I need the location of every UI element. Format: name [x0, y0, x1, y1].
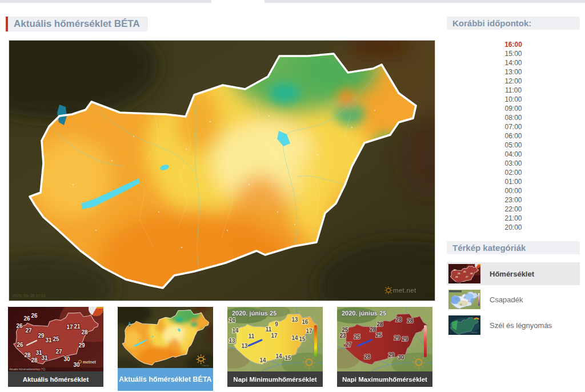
time-item[interactable]: 03:00	[447, 159, 580, 168]
temp-value: 13	[229, 338, 235, 344]
temp-value: 14	[232, 327, 239, 334]
temp-value: 26	[31, 313, 38, 319]
precipitation-thumb-icon	[448, 290, 480, 309]
times-list: 16:0015:0014:0013:0012:0011:0010:0009:00…	[447, 40, 580, 232]
hungary-temperature-map: met.net 2020. 06. 26 17:01	[9, 41, 435, 301]
thumbnail-daily-maximum[interactable]: 2020. június 25 282828252823252529292728…	[337, 307, 432, 387]
temp-value: 29	[402, 336, 408, 342]
time-item[interactable]: 02:00	[447, 168, 580, 177]
category-precipitation[interactable]: Csapadék	[447, 288, 580, 311]
time-item[interactable]: 11:00	[447, 86, 580, 95]
temp-value: 31	[41, 355, 48, 361]
temp-value: 17	[306, 328, 312, 334]
watermark-text: met.net	[393, 287, 416, 294]
time-item[interactable]: 09:00	[447, 104, 580, 113]
svg-text:metnet: metnet	[83, 360, 97, 364]
svg-text:27: 27	[466, 275, 468, 278]
temp-value: 13	[291, 317, 298, 323]
colorbar	[424, 325, 427, 357]
category-temperature[interactable]: 262925 282728 Hőmérséklet	[447, 262, 580, 285]
times-header: Korábbi időpontok:	[447, 17, 580, 30]
temp-value: 14	[275, 353, 282, 359]
temp-value: 11	[249, 333, 255, 339]
time-item[interactable]: 21:00	[447, 214, 580, 223]
temp-value: 28	[407, 318, 414, 324]
temp-value: 14	[259, 357, 266, 363]
category-label: Szél és légnyomás	[490, 321, 552, 330]
temp-value: 9	[275, 321, 278, 327]
temp-value: 25	[375, 332, 382, 338]
page-title: Aktuális hőmérséklet BÉTA	[6, 17, 148, 31]
svg-text:metnet: metnet	[471, 331, 478, 334]
temp-value: 30	[63, 356, 70, 362]
temp-value: 28	[376, 321, 383, 327]
sidebar: Korábbi időpontok: 16:0015:0014:0013:001…	[447, 17, 580, 339]
category-label: Hőmérséklet	[490, 270, 534, 278]
thumb-date: 2020. június 25	[232, 310, 277, 317]
temp-value: 29	[388, 352, 395, 358]
time-item[interactable]: 01:00	[447, 177, 580, 186]
svg-text:28: 28	[455, 275, 458, 278]
temp-value: 30	[73, 362, 80, 368]
category-wind-pressure[interactable]: metnet Szél és légnyomás	[447, 314, 580, 337]
map-thumbnails: metnet Aktuális hőmérséklettérkép (°C) 2…	[8, 307, 432, 391]
time-item[interactable]: 08:00	[447, 113, 580, 122]
colorbar	[314, 325, 317, 357]
time-item[interactable]: 13:00	[447, 67, 580, 77]
temp-value: 28	[364, 354, 371, 360]
main-map-panel: met.net 2020. 06. 26 17:01	[9, 40, 435, 301]
time-item[interactable]: 20:00	[447, 223, 580, 232]
thumbnail-daily-minimum[interactable]: 2020. június 25 141316911141711171314151…	[227, 307, 323, 387]
time-item[interactable]: 15:00	[447, 49, 580, 58]
temp-value: 25	[354, 334, 360, 340]
time-item[interactable]: 16:00	[447, 40, 580, 49]
time-item[interactable]: 06:00	[447, 131, 580, 141]
category-list: 262925 282728 Hőmérséklet	[447, 262, 580, 337]
thumbnail-current-temperature-beta[interactable]: Aktuális hőmérséklet BÉTA	[118, 307, 213, 391]
temp-value: 27	[55, 349, 62, 355]
temp-value: 29	[394, 335, 400, 341]
thumb-caption: Aktuális hőmérséklettérkép (°C)	[9, 368, 46, 371]
temperature-thumb-icon: 262925 282728	[448, 264, 480, 283]
time-item[interactable]: 12:00	[447, 77, 580, 86]
time-item[interactable]: 04:00	[447, 150, 580, 159]
header-strip-right	[265, 0, 585, 3]
thumbnail-current-temperature[interactable]: metnet Aktuális hőmérséklettérkép (°C) 2…	[8, 307, 103, 387]
temp-value: 17	[66, 324, 73, 330]
wind-thumb-icon: metnet	[448, 315, 480, 335]
thumbnail-map-maximum: 2020. június 25 282828252823252529292728…	[337, 307, 432, 371]
temp-value: 31	[45, 337, 52, 343]
svg-text:26: 26	[453, 269, 456, 271]
categories-header: Térkép kategóriák	[447, 241, 580, 254]
time-item[interactable]: 14:00	[447, 58, 580, 67]
map-timestamp: 2020. 06. 26 17:01	[13, 294, 46, 298]
temp-value: 26	[16, 323, 23, 329]
temp-value: 28	[395, 317, 402, 323]
header-strip-left	[0, 0, 211, 3]
time-item[interactable]: 23:00	[447, 195, 580, 205]
thumbnail-label: Napi Minimumhőmérséklet	[227, 371, 323, 387]
thumb-date: 2020. június 25	[342, 310, 386, 317]
temp-value: 13	[241, 343, 248, 349]
temp-value: 28	[31, 357, 38, 363]
temp-value: 23	[339, 333, 346, 339]
category-label: Csapadék	[490, 295, 523, 304]
temp-value: 15	[285, 355, 291, 361]
time-item[interactable]: 05:00	[447, 141, 580, 150]
time-item[interactable]: 22:00	[447, 205, 580, 214]
time-item[interactable]: 00:00	[447, 186, 580, 195]
time-item[interactable]: 07:00	[447, 122, 580, 131]
time-item[interactable]: 10:00	[447, 95, 580, 104]
svg-text:28: 28	[470, 272, 473, 275]
thumbnail-map-current: metnet Aktuális hőmérséklettérkép (°C) 2…	[8, 307, 103, 371]
svg-text:25: 25	[463, 270, 466, 273]
temp-value: 29	[38, 333, 45, 339]
temp-value: 15	[299, 336, 306, 342]
thumbnail-map-beta	[118, 307, 213, 368]
temp-value: 28	[24, 352, 31, 358]
temp-value: 26	[17, 342, 23, 348]
temp-value: 17	[271, 333, 278, 339]
thumbnail-map-minimum: 2020. június 25 141316911141711171314151…	[227, 307, 323, 371]
temp-value: 14	[229, 317, 235, 323]
thumbnail-label: Napi Maximumhőmérséklet	[337, 371, 432, 387]
